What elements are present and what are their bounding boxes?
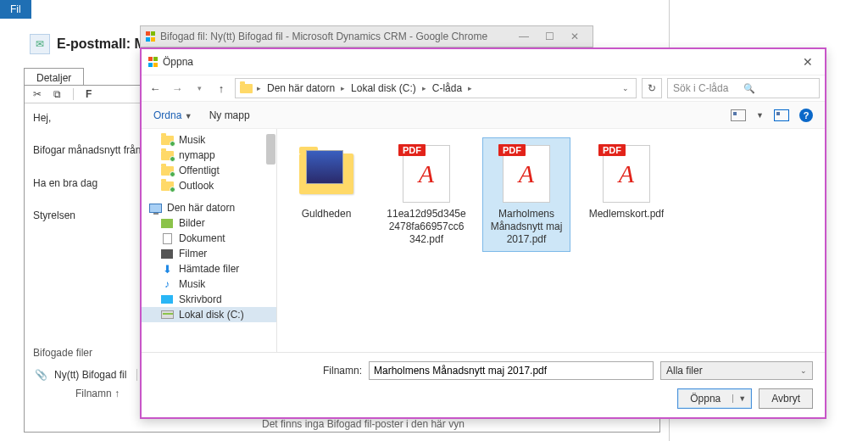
tree-label: Musik: [179, 278, 205, 290]
refresh-button[interactable]: ↻: [642, 78, 662, 98]
tree-label: Offentligt: [179, 165, 220, 176]
open-split-dropdown[interactable]: ▼: [732, 394, 751, 403]
chevron-right-icon[interactable]: ▸: [338, 84, 348, 92]
email-template-icon: ✉: [30, 34, 50, 54]
tree-label: nymapp: [179, 149, 215, 161]
breadcrumb[interactable]: ▸ Den här datorn ▸ Lokal disk (C:) ▸ C-l…: [235, 78, 637, 98]
chevron-down-icon: ⌄: [800, 366, 807, 375]
close-button[interactable]: ✕: [562, 31, 587, 42]
folder-tree[interactable]: MusiknymappOffentligtOutlook Den här dat…: [142, 129, 277, 352]
nav-up-button[interactable]: ↑: [213, 82, 230, 95]
tree-item[interactable]: Offentligt: [142, 163, 276, 178]
scrollbar-thumb[interactable]: [266, 134, 275, 165]
open-button[interactable]: Öppna▼: [677, 388, 752, 409]
dialog-title: Öppna: [163, 56, 798, 68]
pdf-thumb: PDFA: [496, 143, 557, 204]
desk-icon: [160, 293, 174, 305]
search-icon[interactable]: 🔍: [743, 83, 814, 94]
drive-icon: [160, 309, 174, 321]
attachments-label: Bifogade filer: [33, 347, 92, 359]
pdf-thumb: PDFA: [596, 143, 657, 204]
tree-item[interactable]: Skrivbord: [142, 292, 276, 307]
minimize-button[interactable]: —: [511, 31, 537, 42]
filename-column-header[interactable]: Filnamn ↑: [75, 388, 120, 399]
folder-thumb: [296, 143, 357, 204]
file-label: Guldheden: [302, 208, 352, 220]
folder-icon: [160, 134, 174, 146]
breadcrumb-item[interactable]: C-låda: [431, 81, 464, 95]
copy-icon[interactable]: ⧉: [53, 88, 61, 100]
files-pane[interactable]: GuldhedenPDFA11ea12d95d345e2478fa66957cc…: [277, 129, 825, 352]
chrome-popup-title: Bifogad fil: Ny(tt) Bifogad fil - Micros…: [160, 31, 487, 42]
view-dropdown-icon[interactable]: ▼: [756, 111, 764, 120]
chevron-right-icon[interactable]: ▸: [254, 84, 264, 92]
cut-icon[interactable]: ✂: [33, 88, 42, 100]
chrome-popup-titlebar: Bifogad fil: Ny(tt) Bifogad fil - Micros…: [140, 25, 593, 47]
chevron-right-icon[interactable]: ▸: [420, 84, 429, 92]
cancel-button[interactable]: Avbryt: [759, 388, 813, 409]
bold-button[interactable]: F: [86, 88, 92, 100]
crm-app-icon: [146, 31, 156, 42]
file-item[interactable]: PDFA11ea12d95d345e2478fa66957cc6342.pdf: [382, 137, 470, 252]
maximize-button[interactable]: ☐: [537, 31, 562, 42]
tree-item[interactable]: ♪Musik: [142, 276, 276, 292]
note-icon: ♪: [160, 278, 174, 290]
dl-icon: ⬇: [160, 263, 174, 275]
folder-icon: [239, 82, 253, 94]
new-folder-button[interactable]: Ny mapp: [209, 109, 250, 121]
chevron-right-icon[interactable]: ▸: [465, 84, 475, 92]
nav-back-button[interactable]: ←: [147, 82, 164, 95]
search-placeholder: Sök i C-låda: [673, 82, 743, 94]
doc-icon: [160, 232, 174, 244]
tree-item[interactable]: Filmer: [142, 246, 276, 261]
file-type-filter[interactable]: Alla filer ⌄: [660, 361, 813, 380]
breadcrumb-item[interactable]: Lokal disk (C:): [349, 81, 418, 95]
film-icon: [160, 248, 174, 260]
help-icon[interactable]: ?: [799, 109, 813, 122]
tree-item[interactable]: Bilder: [142, 215, 276, 231]
folder-icon: [160, 149, 174, 161]
new-attachment-link[interactable]: Ny(tt) Bifogad fil: [54, 369, 126, 381]
nav-forward-button[interactable]: →: [169, 82, 186, 95]
pic-icon: [160, 217, 174, 229]
file-open-dialog: Öppna ✕ ← → ▾ ↑ ▸ Den här datorn ▸ Lokal…: [140, 47, 826, 419]
nav-recent-button[interactable]: ▾: [191, 84, 208, 92]
filter-label: Alla filer: [666, 365, 703, 377]
tree-item[interactable]: nymapp: [142, 148, 276, 163]
tree-this-pc[interactable]: Den här datorn: [142, 200, 276, 215]
file-item[interactable]: Guldheden: [282, 137, 370, 226]
tree-item[interactable]: Dokument: [142, 231, 276, 246]
page-title: E-postmall: M: [57, 36, 146, 52]
tree-label: Bilder: [179, 217, 205, 229]
filename-input[interactable]: [369, 361, 654, 380]
tree-label: Outlook: [179, 180, 214, 192]
new-attachment-icon[interactable]: 📎: [35, 369, 47, 381]
dialog-close-button[interactable]: ✕: [798, 55, 818, 69]
folder-icon: [160, 180, 174, 192]
tree-item[interactable]: Musik: [142, 132, 276, 148]
tree-label: Dokument: [179, 232, 225, 244]
tree-label: Den här datorn: [167, 202, 235, 214]
crm-file-tab[interactable]: Fil: [0, 0, 31, 19]
monitor-icon: [148, 202, 162, 214]
view-mode-button[interactable]: [731, 109, 746, 121]
file-item[interactable]: PDFAMedlemskort.pdf: [582, 137, 670, 226]
breadcrumb-item[interactable]: Den här datorn: [265, 81, 337, 95]
breadcrumb-dropdown[interactable]: ⌄: [619, 84, 632, 92]
organize-menu[interactable]: Ordna ▼: [153, 109, 192, 121]
file-label: Medlemskort.pdf: [589, 208, 665, 220]
preview-pane-button[interactable]: [774, 109, 789, 121]
folder-icon: [160, 165, 174, 176]
tree-label: Hämtade filer: [179, 263, 239, 275]
search-input[interactable]: Sök i C-låda 🔍: [667, 78, 820, 98]
tree-label: Skrivbord: [179, 293, 222, 305]
tree-item[interactable]: ⬇Hämtade filer: [142, 261, 276, 276]
tree-label: Musik: [179, 134, 205, 146]
tree-item[interactable]: Outlook: [142, 178, 276, 193]
windows-icon: [148, 57, 159, 67]
empty-list-message: Det finns inga Bifogad fil-poster i den …: [262, 418, 465, 430]
tree-item[interactable]: Lokal disk (C:): [142, 307, 276, 322]
tree-label: Filmer: [179, 248, 207, 260]
pdf-thumb: PDFA: [396, 143, 457, 204]
file-item[interactable]: PDFAMarholmens Månadsnytt maj 2017.pdf: [482, 137, 570, 252]
